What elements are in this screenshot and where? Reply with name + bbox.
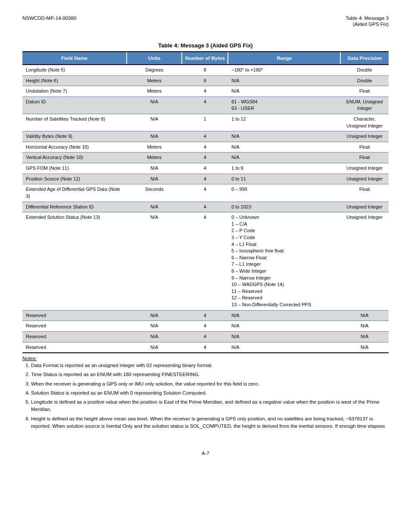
table-cell: Unsigned Integer bbox=[340, 131, 389, 142]
table-cell: 1 to 12 bbox=[228, 114, 340, 131]
col-header: Number of Bytes bbox=[182, 52, 228, 65]
table-cell: 4 bbox=[182, 342, 228, 353]
note-item: Longitude is defined as a positive value… bbox=[31, 398, 389, 414]
table-cell: ENUM, Unsigned Integer bbox=[340, 96, 389, 114]
table-cell: Unsigned Integer bbox=[340, 212, 389, 311]
table-cell: Height (Note 6) bbox=[22, 75, 127, 86]
table-cell: Extended Age of Differential GPS Data (N… bbox=[22, 184, 127, 202]
table-cell: N/A bbox=[127, 342, 182, 353]
table-row: ReservedN/A4N/AN/A bbox=[22, 342, 389, 353]
table-cell: N/A bbox=[228, 321, 340, 332]
table-cell: 4 bbox=[182, 131, 228, 142]
table-cell: N/A bbox=[228, 75, 340, 86]
table-cell: 4 bbox=[182, 212, 228, 311]
table-cell: 4 bbox=[182, 152, 228, 163]
col-header: Data Precision bbox=[340, 52, 389, 65]
table-cell: 4 bbox=[182, 163, 228, 174]
table-row: ReservedN/A4N/AN/A bbox=[22, 331, 389, 342]
table-cell: Extended Solution Status (Note 13) bbox=[22, 212, 127, 311]
table-row: Height (Note 6)Meters8N/ADouble bbox=[22, 75, 389, 86]
page-header-sub: (Aided GPS Fix) bbox=[22, 22, 389, 27]
table-cell: Double bbox=[340, 75, 389, 86]
table-cell: 4 bbox=[182, 202, 228, 212]
header-right: Table 4: Message 3 bbox=[346, 16, 389, 21]
table-cell: N/A bbox=[340, 331, 389, 342]
table-cell: N/A bbox=[127, 212, 182, 311]
table-cell: Seconds bbox=[127, 184, 182, 202]
col-header: Range bbox=[228, 52, 340, 65]
table-cell: Position Source (Note 12) bbox=[22, 174, 127, 184]
table-cell: GPS FOM (Note 11) bbox=[22, 163, 127, 174]
table-cell: 0 – Unknown1 – C/A2 – P Code3 – Y Code4 … bbox=[228, 212, 340, 311]
table-cell: N/A bbox=[228, 131, 340, 142]
table-cell: N/A bbox=[340, 342, 389, 353]
table-cell: Unsigned Integer bbox=[340, 202, 389, 212]
table-cell: 4 bbox=[182, 142, 228, 152]
table-cell: N/A bbox=[228, 310, 340, 321]
col-header: Units bbox=[127, 52, 182, 65]
table-cell: 0 to 11 bbox=[228, 174, 340, 184]
note-item: Data Format is reported as an unsigned i… bbox=[31, 362, 389, 369]
table-cell: 0 – 999 bbox=[228, 184, 340, 202]
table-cell: Validity Bytes (Note 9) bbox=[22, 131, 127, 142]
table-cell: N/A bbox=[340, 321, 389, 332]
table-cell: 61 - WGS8463 - USER bbox=[228, 96, 340, 114]
table-cell: 1 to 9 bbox=[228, 163, 340, 174]
table-cell: N/A bbox=[127, 331, 182, 342]
table-cell: N/A bbox=[127, 114, 182, 131]
table-cell: 8 bbox=[182, 65, 228, 75]
table-cell: 4 bbox=[182, 174, 228, 184]
table-cell: N/A bbox=[127, 174, 182, 184]
table-header-row: Field Name Units Number of Bytes Range D… bbox=[22, 52, 389, 65]
note-item: Height is defined as the height above me… bbox=[31, 415, 389, 430]
table-cell: Unsigned Integer bbox=[340, 174, 389, 184]
table-cell: N/A bbox=[228, 86, 340, 97]
table-row: Vertical Accuracy (Note 10)Meters4N/AFlo… bbox=[22, 152, 389, 163]
table-cell: 4 bbox=[182, 86, 228, 97]
table-cell: Reserved bbox=[22, 310, 127, 321]
table-cell: 4 bbox=[182, 331, 228, 342]
table-cell: N/A bbox=[127, 310, 182, 321]
table-cell: Differential Reference Station ID bbox=[22, 202, 127, 212]
table-row: Extended Solution Status (Note 13)N/A40 … bbox=[22, 212, 389, 311]
table-row: Datum IDN/A461 - WGS8463 - USERENUM, Uns… bbox=[22, 96, 389, 114]
table-row: Longitude (Note 5)Degrees8−180° to +180°… bbox=[22, 65, 389, 75]
table-cell: 0 to 1023 bbox=[228, 202, 340, 212]
notes-list: Data Format is reported as an unsigned i… bbox=[31, 362, 389, 430]
note-item: When the receiver is generating a GPS on… bbox=[31, 380, 389, 388]
table-cell: Meters bbox=[127, 142, 182, 152]
table-row: ReservedN/A4N/AN/A bbox=[22, 321, 389, 332]
table-cell: 8 bbox=[182, 75, 228, 86]
table-cell: N/A bbox=[127, 131, 182, 142]
table-cell: Reserved bbox=[22, 331, 127, 342]
table-cell: Float bbox=[340, 152, 389, 163]
table-cell: Reserved bbox=[22, 321, 127, 332]
table-cell: Undulation (Note 7) bbox=[22, 86, 127, 97]
table-cell: N/A bbox=[127, 163, 182, 174]
table-row: GPS FOM (Note 11)N/A41 to 9Unsigned Inte… bbox=[22, 163, 389, 174]
table-row: ReservedN/A4N/AN/A bbox=[22, 310, 389, 321]
table-cell: Longitude (Note 5) bbox=[22, 65, 127, 75]
note-item: Solution Status is reported as an ENUM w… bbox=[31, 389, 389, 397]
table-cell: N/A bbox=[127, 96, 182, 114]
table-cell: Character, Unsigned Integer bbox=[340, 114, 389, 131]
table-cell: Number of Satellites Tracked (Note 8) bbox=[22, 114, 127, 131]
header-left: NSWCDD-MP-14-00380 bbox=[22, 16, 76, 21]
table-cell: Meters bbox=[127, 75, 182, 86]
table-row: Number of Satellites Tracked (Note 8)N/A… bbox=[22, 114, 389, 131]
table-cell: Float bbox=[340, 86, 389, 97]
table-cell: Meters bbox=[127, 86, 182, 97]
table-cell: Vertical Accuracy (Note 10) bbox=[22, 152, 127, 163]
table-row: Extended Age of Differential GPS Data (N… bbox=[22, 184, 389, 202]
table-row: Horizontal Accuracy (Note 10)Meters4N/AF… bbox=[22, 142, 389, 152]
table-cell: Degrees bbox=[127, 65, 182, 75]
table-row: Differential Reference Station IDN/A40 t… bbox=[22, 202, 389, 212]
table-cell: N/A bbox=[127, 202, 182, 212]
table-cell: Horizontal Accuracy (Note 10) bbox=[22, 142, 127, 152]
table-cell: −180° to +180° bbox=[228, 65, 340, 75]
table-cell: Meters bbox=[127, 152, 182, 163]
table-cell: 4 bbox=[182, 184, 228, 202]
table-row: Undulation (Note 7)Meters4N/AFloat bbox=[22, 86, 389, 97]
table-cell: Double bbox=[340, 65, 389, 75]
col-header: Field Name bbox=[22, 52, 127, 65]
